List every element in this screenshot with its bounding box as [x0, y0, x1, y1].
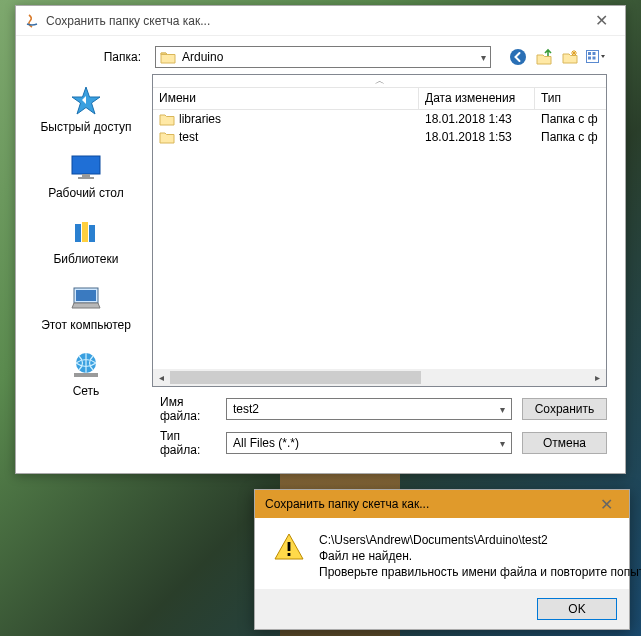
place-quick-access[interactable]: Быстрый доступ	[20, 78, 152, 144]
close-button[interactable]: ✕	[581, 8, 621, 34]
svg-point-0	[510, 49, 526, 65]
up-button[interactable]	[533, 46, 555, 68]
svg-rect-11	[82, 174, 90, 177]
network-icon	[20, 348, 152, 382]
folder-dropdown[interactable]: Arduino ▾	[155, 46, 491, 68]
col-name[interactable]: Имени	[153, 88, 419, 109]
desktop-icon	[20, 150, 152, 184]
save-button[interactable]: Сохранить	[522, 398, 607, 420]
new-folder-button[interactable]	[559, 46, 581, 68]
scroll-right-icon[interactable]: ▸	[589, 369, 606, 386]
svg-rect-12	[78, 177, 94, 179]
svg-rect-15	[89, 225, 95, 242]
view-menu-button[interactable]	[585, 46, 607, 68]
scroll-thumb[interactable]	[170, 371, 421, 384]
col-type[interactable]: Тип	[535, 88, 606, 109]
folder-icon	[159, 112, 175, 126]
error-message: C:\Users\Andrew\Documents\Arduino\test2 …	[319, 532, 641, 583]
list-item[interactable]: libraries 18.01.2018 1:43 Папка с ф	[153, 110, 606, 128]
error-close-button[interactable]: ✕	[587, 492, 625, 516]
list-item[interactable]: test 18.01.2018 1:53 Папка с ф	[153, 128, 606, 146]
libraries-icon	[20, 216, 152, 250]
svg-rect-8	[588, 57, 591, 60]
filename-input[interactable]: test2 ▾	[226, 398, 512, 420]
folder-value: Arduino	[182, 50, 481, 64]
error-dialog: Сохранить папку скетча как... ✕ C:\Users…	[254, 489, 630, 630]
back-button[interactable]	[507, 46, 529, 68]
svg-rect-7	[593, 52, 596, 55]
svg-rect-17	[76, 290, 96, 301]
folder-toolbar: Папка: Arduino ▾	[16, 36, 625, 74]
svg-rect-19	[288, 542, 291, 551]
dialog-title: Сохранить папку скетча как...	[46, 14, 581, 28]
ok-button[interactable]: OK	[537, 598, 617, 620]
error-titlebar: Сохранить папку скетча как... ✕	[255, 490, 629, 518]
file-rows: libraries 18.01.2018 1:43 Папка с ф test…	[153, 110, 606, 369]
svg-rect-9	[593, 57, 596, 60]
filename-label: Имя файла:	[20, 395, 216, 423]
error-title: Сохранить папку скетча как...	[265, 497, 587, 511]
places-bar: Быстрый доступ Рабочий стол	[20, 74, 152, 387]
chevron-down-icon[interactable]: ▾	[481, 52, 486, 63]
svg-rect-13	[75, 224, 81, 242]
place-computer[interactable]: Этот компьютер	[20, 276, 152, 342]
save-dialog: Сохранить папку скетча как... ✕ Папка: A…	[15, 5, 626, 474]
folder-label: Папка:	[34, 50, 149, 64]
quick-access-icon	[20, 84, 152, 118]
filetype-select[interactable]: All Files (*.*) ▾	[226, 432, 512, 454]
computer-icon	[20, 282, 152, 316]
filetype-label: Тип файла:	[20, 429, 216, 457]
cancel-button[interactable]: Отмена	[522, 432, 607, 454]
expand-handle[interactable]: ︿	[153, 75, 606, 88]
place-desktop[interactable]: Рабочий стол	[20, 144, 152, 210]
svg-rect-14	[82, 222, 88, 242]
horizontal-scrollbar[interactable]: ◂ ▸	[153, 369, 606, 386]
java-icon	[24, 13, 40, 29]
scroll-left-icon[interactable]: ◂	[153, 369, 170, 386]
folder-icon	[160, 50, 176, 64]
chevron-down-icon[interactable]: ▾	[500, 404, 505, 415]
svg-rect-20	[288, 553, 291, 556]
place-libraries[interactable]: Библиотеки	[20, 210, 152, 276]
col-date[interactable]: Дата изменения	[419, 88, 535, 109]
column-headers: Имени Дата изменения Тип	[153, 88, 606, 110]
chevron-down-icon[interactable]: ▾	[500, 438, 505, 449]
warning-icon	[273, 532, 305, 583]
svg-rect-10	[72, 156, 100, 174]
svg-rect-6	[588, 52, 591, 55]
titlebar: Сохранить папку скетча как... ✕	[16, 6, 625, 36]
file-list: ︿ Имени Дата изменения Тип libraries 18.…	[152, 74, 607, 387]
folder-icon	[159, 130, 175, 144]
